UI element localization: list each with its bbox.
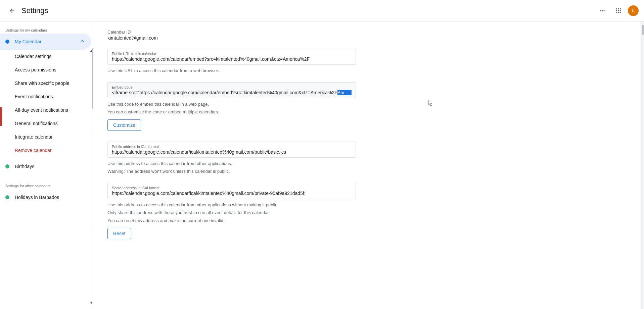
my-calendar-label: My Calendar: [15, 39, 41, 44]
embed-code-selected: Barbados" style="border: 0" width="800" …: [337, 90, 352, 95]
chevron-up-icon: [79, 38, 86, 46]
customize-button[interactable]: Customize: [107, 119, 141, 131]
sidebar-scroll-handle: [92, 48, 93, 109]
ical-secret-helper3: You can reset this address and make the …: [107, 217, 356, 224]
section2-title: Settings for other calendars: [0, 180, 94, 189]
my-calendar-dot: [5, 40, 9, 44]
public-url-section: Public URL to this calendar https://cale…: [107, 49, 356, 74]
calendar-settings-label: Calendar settings: [15, 54, 51, 59]
apps-button[interactable]: [596, 4, 609, 17]
page-title: Settings: [21, 6, 596, 15]
content-inner: Calendar ID kimtalented@gmail.com Public…: [94, 21, 369, 255]
public-url-helper: Use this URL to access this calendar fro…: [107, 67, 356, 74]
holidays-dot: [5, 195, 9, 199]
ical-public-helper1: Use this address to access this calendar…: [107, 160, 356, 167]
main-layout: Settings for my calendars My Calendar Ca…: [0, 21, 644, 309]
all-day-notifications-label: All-day event notifications: [15, 107, 68, 113]
embed-code-label: Embed code: [112, 85, 352, 89]
embed-helper2: You can customize the code or embed mult…: [107, 109, 356, 115]
ical-secret-section: Secret address in iCal format https://ca…: [107, 183, 356, 240]
sidebar-item-event-notifications[interactable]: Event notifications: [0, 90, 91, 103]
holidays-label: Holidays in Barbados: [15, 195, 59, 200]
active-indicator: [0, 107, 2, 126]
google-apps-icon[interactable]: [612, 4, 625, 17]
sidebar: Settings for my calendars My Calendar Ca…: [0, 21, 94, 309]
ical-secret-label: Secret address in iCal format: [112, 186, 352, 190]
public-url-box: Public URL to this calendar https://cale…: [107, 49, 356, 65]
embed-helper1: Use this code to embed this calendar in …: [107, 101, 356, 108]
sidebar-item-my-calendar[interactable]: My Calendar: [0, 34, 91, 50]
ical-public-section: Public address in iCal format https://ca…: [107, 142, 356, 175]
birthdays-dot: [5, 164, 9, 168]
sidebar-item-calendar-settings[interactable]: Calendar settings: [0, 50, 91, 63]
ical-public-label: Public address in iCal format: [112, 145, 352, 149]
general-notifications-label: General notifications: [15, 121, 58, 126]
embed-code-box: Embed code <iframe src="https://calendar…: [107, 82, 356, 98]
access-permissions-label: Access permissions: [15, 67, 56, 72]
user-avatar[interactable]: K: [628, 5, 639, 16]
embed-code-section: Embed code <iframe src="https://calendar…: [107, 82, 356, 134]
embed-code-text-before: <iframe src="https://calendar.google.com…: [112, 90, 337, 95]
sidebar-scroll-down-arrow[interactable]: ▼: [89, 300, 93, 305]
right-scrollbar-handle: [642, 25, 644, 35]
integrate-calendar-label: Integrate calendar: [15, 134, 53, 140]
back-button[interactable]: [5, 4, 19, 17]
share-specific-people-label: Share with specific people: [15, 81, 70, 86]
header: Settings K: [0, 0, 644, 21]
ical-public-helper2: Warning: The address won't work unless t…: [107, 168, 356, 175]
sidebar-item-integrate-calendar[interactable]: Integrate calendar: [0, 130, 91, 144]
section1-title: Settings for my calendars: [0, 24, 94, 34]
birthdays-label: Birthdays: [15, 164, 34, 169]
sidebar-item-general-notifications[interactable]: General notifications: [0, 117, 91, 130]
public-url-label: Public URL to this calendar: [112, 52, 352, 56]
event-notifications-label: Event notifications: [15, 94, 53, 99]
reset-button[interactable]: Reset: [107, 228, 131, 239]
public-url-value[interactable]: https://calendar.google.com/calendar/emb…: [112, 56, 352, 62]
remove-calendar-label: Remove calendar: [15, 148, 52, 153]
right-scrollbar: [641, 21, 644, 309]
sidebar-item-holidays[interactable]: Holidays in Barbados: [0, 189, 91, 205]
sidebar-item-share-specific-people[interactable]: Share with specific people: [0, 76, 91, 90]
ical-secret-helper1: Use this address to access this calendar…: [107, 202, 356, 208]
calendar-id-label: Calendar ID: [107, 30, 356, 35]
sidebar-scroll-up-arrow[interactable]: ▲: [89, 48, 93, 53]
ical-secret-box: Secret address in iCal format https://ca…: [107, 183, 356, 199]
ical-public-value[interactable]: https://calendar.google.com/calendar/ica…: [112, 149, 352, 155]
ical-secret-helper2: Only share this address with those you t…: [107, 209, 356, 216]
calendar-id-value: kimtalented@gmail.com: [107, 35, 356, 41]
ical-public-box: Public address in iCal format https://ca…: [107, 142, 356, 158]
content-area: Calendar ID kimtalented@gmail.com Public…: [94, 21, 641, 309]
sidebar-item-remove-calendar[interactable]: Remove calendar: [0, 144, 91, 157]
sidebar-item-birthdays[interactable]: Birthdays: [0, 158, 91, 174]
embed-code-value[interactable]: <iframe src="https://calendar.google.com…: [112, 90, 352, 95]
sidebar-item-access-permissions[interactable]: Access permissions: [0, 63, 91, 76]
sidebar-item-all-day-notifications[interactable]: All-day event notifications: [0, 103, 91, 117]
calendar-id-section: Calendar ID kimtalented@gmail.com: [107, 30, 356, 41]
ical-secret-value[interactable]: https://calendar.google.com/calendar/ica…: [112, 191, 352, 196]
